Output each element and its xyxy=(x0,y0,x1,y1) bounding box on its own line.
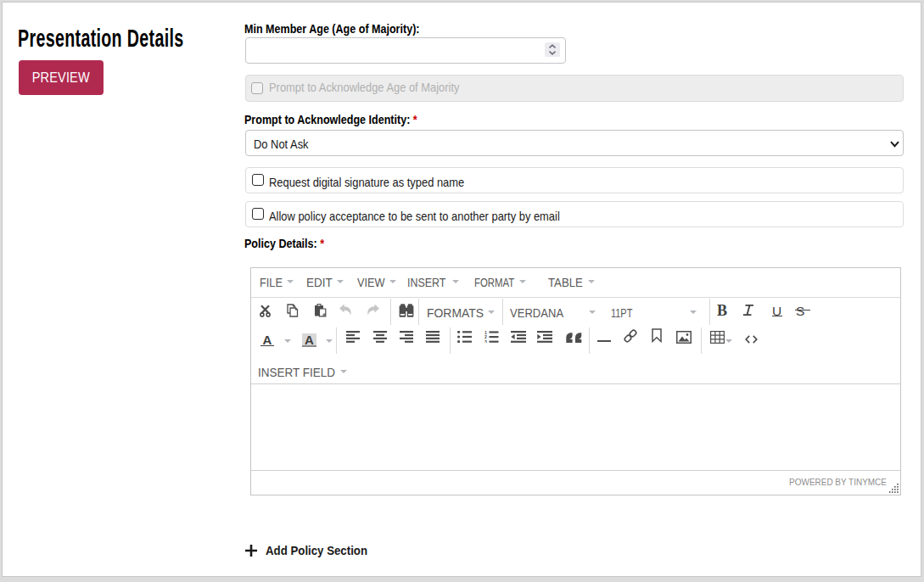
svg-text:3: 3 xyxy=(484,339,487,343)
